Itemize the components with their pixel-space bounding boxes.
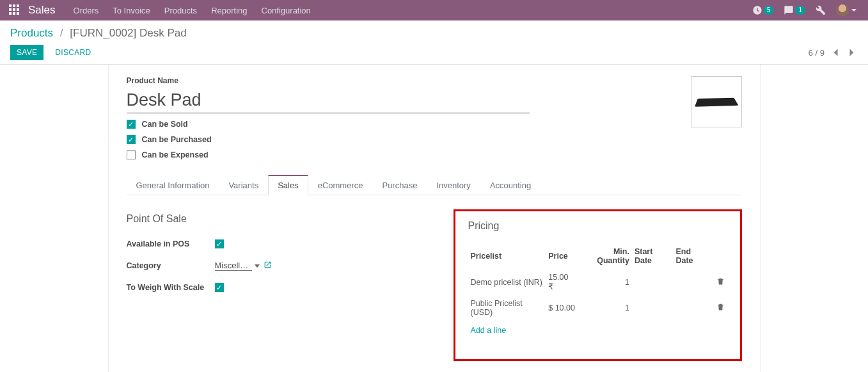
breadcrumb-current: [FURN_0002] Desk Pad <box>70 27 186 39</box>
pager-next[interactable] <box>846 45 858 60</box>
tab-accounting[interactable]: Accounting <box>480 175 541 195</box>
chevron-down-icon <box>255 264 260 268</box>
nav-menu: Orders To Invoice Products Reporting Con… <box>74 6 311 15</box>
discard-button[interactable]: DISCARD <box>49 45 97 60</box>
discuss-badge: 1 <box>795 6 805 15</box>
col-minqty: Min. Quantity <box>578 243 632 269</box>
pricing-table: Pricelist Price Min. Quantity Start Date… <box>468 243 727 321</box>
nav-configuration[interactable]: Configuration <box>262 6 311 15</box>
can-be-sold-checkbox[interactable] <box>127 120 136 129</box>
debug-icon[interactable] <box>816 5 826 15</box>
weigh-checkbox[interactable] <box>215 283 224 292</box>
can-be-purchased-checkbox[interactable] <box>127 135 136 144</box>
activity-badge: 5 <box>764 6 774 15</box>
pricing-section: Pricing Pricelist Price Min. Quantity St… <box>454 209 742 361</box>
breadcrumb: Products / [FURN_0002] Desk Pad <box>10 27 858 40</box>
pricing-row[interactable]: Demo pricelist (INR) 15.00 ₹ 1 <box>468 269 727 295</box>
col-pricelist: Pricelist <box>468 243 546 269</box>
product-name-input[interactable] <box>127 89 530 113</box>
category-label: Category <box>127 261 215 270</box>
nav-reporting[interactable]: Reporting <box>211 6 247 15</box>
pager-prev[interactable] <box>830 45 841 60</box>
user-menu[interactable] <box>836 4 856 17</box>
nav-to-invoice[interactable]: To Invoice <box>113 6 150 15</box>
tab-sales[interactable]: Sales <box>268 175 308 195</box>
can-be-sold-label: Can be Sold <box>142 120 188 129</box>
nav-orders[interactable]: Orders <box>74 6 99 15</box>
available-pos-checkbox[interactable] <box>215 239 224 248</box>
trash-icon[interactable] <box>716 304 725 313</box>
pricing-heading: Pricing <box>468 220 727 232</box>
pricing-row[interactable]: Public Pricelist (USD) $ 10.00 1 <box>468 295 727 321</box>
activity-icon[interactable]: 5 <box>752 5 774 15</box>
pager-value[interactable]: 6 / 9 <box>809 48 825 58</box>
available-pos-label: Available in POS <box>127 239 215 248</box>
tab-purchase[interactable]: Purchase <box>372 175 427 195</box>
col-end: End Date <box>673 243 711 269</box>
col-start: Start Date <box>632 243 674 269</box>
caret-down-icon <box>851 9 856 12</box>
apps-icon[interactable] <box>9 4 20 16</box>
discuss-icon[interactable]: 1 <box>784 5 805 15</box>
product-name-label: Product Name <box>127 76 678 85</box>
category-select[interactable]: Miscellaneous <box>215 261 252 271</box>
nav-products[interactable]: Products <box>164 6 197 15</box>
form-sheet: Product Name Can be Sold Can be Purchase… <box>108 65 761 372</box>
tab-ecommerce[interactable]: eCommerce <box>308 175 373 195</box>
tab-inventory[interactable]: Inventory <box>427 175 480 195</box>
control-panel: Products / [FURN_0002] Desk Pad SAVE DIS… <box>0 20 868 60</box>
pos-section: Point Of Sale Available in POS Category … <box>127 213 415 361</box>
can-be-purchased-label: Can be Purchased <box>142 135 212 144</box>
can-be-expensed-label: Can be Expensed <box>142 150 209 159</box>
external-link-icon[interactable] <box>264 261 272 271</box>
breadcrumb-root[interactable]: Products <box>10 27 53 39</box>
tab-general-info[interactable]: General Information <box>127 175 219 195</box>
app-title[interactable]: Sales <box>28 4 56 17</box>
pager: 6 / 9 <box>809 45 858 60</box>
avatar <box>836 4 849 17</box>
can-be-expensed-checkbox[interactable] <box>127 150 136 159</box>
save-button[interactable]: SAVE <box>10 45 43 60</box>
tab-variants[interactable]: Variants <box>219 175 268 195</box>
pos-heading: Point Of Sale <box>127 213 415 225</box>
weigh-label: To Weigh With Scale <box>127 283 215 292</box>
topbar-right: 5 1 <box>752 4 863 17</box>
product-image[interactable] <box>691 76 742 127</box>
add-line-link[interactable]: Add a line <box>468 321 509 340</box>
col-price: Price <box>546 243 578 269</box>
form-tabs: General Information Variants Sales eComm… <box>127 175 742 195</box>
trash-icon[interactable] <box>716 279 725 287</box>
topbar: Sales Orders To Invoice Products Reporti… <box>0 0 868 20</box>
